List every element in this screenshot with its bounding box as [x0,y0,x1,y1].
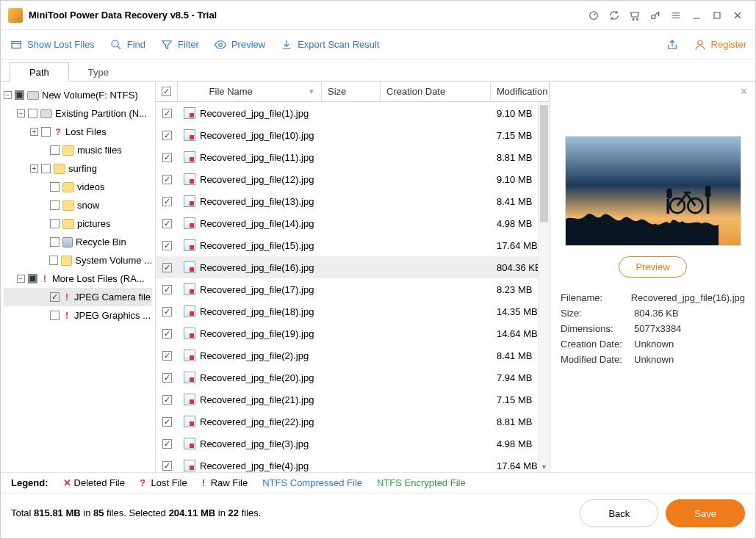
checkbox[interactable] [162,241,172,250]
file-row[interactable]: Recovered_jpg_file(18).jpg14.35 MB [156,300,550,322]
speed-icon[interactable] [583,5,604,26]
expand-icon[interactable]: + [30,164,38,173]
checkbox[interactable] [50,200,60,210]
checkbox[interactable] [50,145,60,155]
file-row[interactable]: Recovered_jpg_file(11).jpg8.81 MB [156,146,550,168]
tree-sysvol[interactable]: System Volume ... [4,251,152,270]
checkbox[interactable] [28,274,37,283]
checkbox[interactable] [162,131,172,140]
checkbox[interactable] [162,329,172,339]
register-button[interactable]: Register [694,38,746,51]
tab-path[interactable]: Path [10,62,69,82]
close-icon[interactable] [727,5,748,26]
update-icon[interactable] [604,5,624,26]
file-row[interactable]: Recovered_jpg_file(1).jpg9.10 MB [156,102,550,124]
tree-recycle[interactable]: Recycle Bin [4,233,152,251]
checkbox[interactable] [49,256,58,265]
checkbox[interactable] [50,311,60,320]
file-list-body[interactable]: Recovered_jpg_file(1).jpg9.10 MBRecovere… [156,102,550,472]
checkbox[interactable] [162,285,172,294]
checkbox[interactable] [162,219,172,228]
key-icon[interactable] [645,5,666,26]
tree-existing[interactable]: − Existing Partition (N... [4,104,152,123]
file-row[interactable]: Recovered_jpg_file(19).jpg14.64 MB [156,322,550,344]
tree-root[interactable]: − New Volume(F: NTFS) [4,86,152,104]
collapse-icon[interactable]: − [4,91,12,99]
checkbox[interactable] [28,109,37,118]
folder-icon [61,256,72,266]
svg-rect-5 [12,41,21,48]
tree-music[interactable]: music files [4,141,152,159]
tree-videos[interactable]: videos [4,178,152,196]
save-button[interactable]: Save [666,499,745,527]
checkbox[interactable] [162,263,172,272]
preview-action-button[interactable]: Preview [619,256,686,278]
tree-surfing[interactable]: + surfing [4,159,152,178]
checkbox[interactable] [50,182,60,192]
preview-button[interactable]: Preview [214,38,265,51]
file-row[interactable]: Recovered_jpg_file(15).jpg17.64 MB [156,234,550,256]
file-row[interactable]: Recovered_jpg_file(12).jpg9.10 MB [156,168,550,190]
tree-lostfiles[interactable]: + Lost Files [4,123,152,141]
header-checkbox[interactable] [156,82,178,101]
tree-morelost[interactable]: − More Lost Files (RA... [4,270,152,288]
scroll-down-icon[interactable]: ▼ [539,462,550,472]
checkbox[interactable] [162,417,172,427]
checkbox[interactable] [162,307,172,316]
find-button[interactable]: Find [109,38,145,51]
cart-icon[interactable] [624,5,645,26]
checkbox[interactable] [41,127,51,137]
maximize-icon[interactable] [707,5,727,26]
file-row[interactable]: Recovered_jpg_file(2).jpg8.41 MB [156,344,550,366]
scrollbar[interactable]: ▼ [538,102,550,472]
file-row[interactable]: Recovered_jpg_file(21).jpg7.15 MB [156,388,550,410]
tree-snow[interactable]: snow [4,196,152,214]
filter-button[interactable]: Filter [160,38,199,51]
checkbox[interactable] [162,373,172,383]
file-row[interactable]: Recovered_jpg_file(13).jpg8.41 MB [156,190,550,212]
checkbox[interactable] [41,164,51,173]
minimize-icon[interactable] [686,5,707,26]
expand-icon[interactable]: + [30,128,38,136]
tree-jpeg-camera[interactable]: JPEG Camera file [4,288,152,306]
checkbox[interactable] [162,175,172,184]
tree-pictures[interactable]: pictures [4,214,152,233]
collapse-icon[interactable]: − [17,109,25,117]
file-row[interactable]: Recovered_jpg_file(22).jpg8.81 MB [156,410,550,433]
collapse-icon[interactable]: − [17,275,25,283]
header-modification[interactable]: Modification [491,82,550,101]
checkbox[interactable] [162,351,172,361]
checkbox[interactable] [162,439,172,449]
checkbox[interactable] [162,197,172,206]
tab-type[interactable]: Type [69,63,128,82]
checkbox[interactable] [162,461,172,471]
checkbox[interactable] [50,219,60,228]
export-button[interactable]: Export Scan Result [280,38,379,51]
folder-icon [62,145,74,156]
file-name: Recovered_jpg_file(15).jpg [200,240,314,251]
checkbox[interactable] [162,153,172,162]
checkbox[interactable] [15,90,24,100]
header-creation-date[interactable]: Creation Date [381,82,491,101]
header-filename[interactable]: File Name▼ [178,82,322,101]
show-lost-button[interactable]: Show Lost Files [10,38,95,51]
file-row[interactable]: Recovered_jpg_file(16).jpg804.36 KB [156,256,550,278]
share-button[interactable] [666,38,679,51]
back-button[interactable]: Back [580,499,658,527]
checkbox[interactable] [50,292,60,302]
checkbox[interactable] [162,395,172,405]
file-row[interactable]: Recovered_jpg_file(17).jpg8.23 MB [156,278,550,300]
menu-icon[interactable] [666,5,686,26]
tree-jpeg-graphics[interactable]: JPEG Graphics ... [4,306,152,325]
checkbox[interactable] [50,237,60,247]
scrollbar-thumb[interactable] [540,105,548,223]
file-name: Recovered_jpg_file(18).jpg [200,306,314,317]
file-row[interactable]: Recovered_jpg_file(3).jpg4.98 MB [156,433,550,455]
header-size[interactable]: Size [322,82,381,101]
file-row[interactable]: Recovered_jpg_file(14).jpg4.98 MB [156,212,550,234]
close-preview-icon[interactable]: ✕ [740,86,748,97]
checkbox[interactable] [162,109,172,118]
file-row[interactable]: Recovered_jpg_file(4).jpg17.64 MB [156,455,550,472]
file-row[interactable]: Recovered_jpg_file(10).jpg7.15 MB [156,124,550,146]
file-row[interactable]: Recovered_jpg_file(20).jpg7.94 MB [156,366,550,388]
